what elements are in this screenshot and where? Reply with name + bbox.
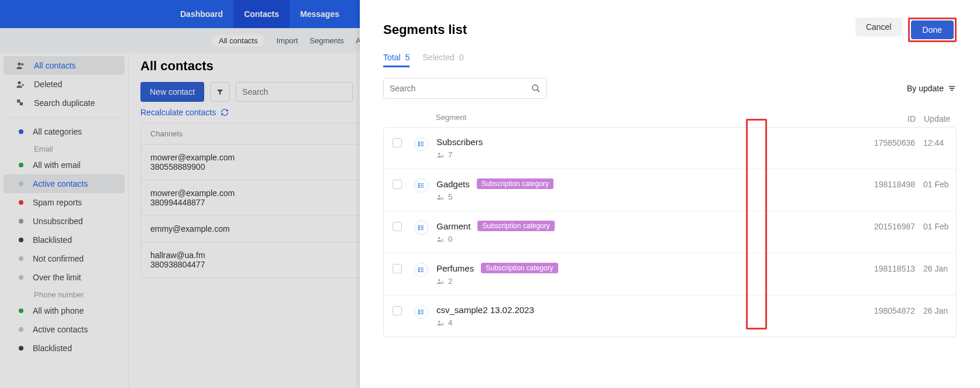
sidebar-item[interactable]: Active contacts [0, 320, 128, 339]
people-count-icon [436, 319, 445, 327]
done-button[interactable]: Done [911, 20, 954, 39]
svg-point-2 [18, 81, 20, 84]
svg-point-14 [438, 194, 441, 197]
segment-name: csv_sample2 13.02.2023 [436, 305, 534, 315]
sidebar-item[interactable]: Blacklisted [0, 339, 128, 358]
segment-name: Subscribers [436, 137, 483, 147]
nav-contacts[interactable]: Contacts [233, 0, 290, 28]
svg-point-9 [438, 152, 441, 154]
segment-update: 12:44 [915, 137, 956, 147]
segment-checkbox[interactable] [393, 138, 402, 147]
panel-title: Segments list [383, 22, 467, 37]
sidebar-phone-heading: Phone number [0, 287, 128, 301]
sidebar-item[interactable]: Active contacts [4, 174, 125, 193]
sidebar-item[interactable]: All with email [0, 156, 128, 174]
col-segment: Segment [431, 113, 857, 123]
segment-row[interactable]: Subscribers 7 175850636 12:44 [384, 128, 956, 169]
segment-checkbox[interactable] [393, 306, 402, 315]
status-dot-icon [19, 256, 23, 261]
nav-messages[interactable]: Messages [290, 0, 350, 28]
segment-update: 01 Feb [915, 221, 956, 231]
sidebar-item[interactable]: Not confirmed [0, 249, 128, 268]
segment-update: 01 Feb [915, 178, 956, 189]
subnav-all-contacts-pill[interactable]: All contacts [212, 35, 264, 47]
status-dot-icon [19, 238, 23, 242]
sidebar-item-label: All with phone [33, 306, 84, 315]
segment-update: 26 Jan [915, 263, 956, 273]
subscription-badge: Subscription category [481, 263, 558, 273]
segment-count: 4 [448, 318, 452, 327]
segment-checkbox[interactable] [393, 180, 402, 189]
list-icon [414, 178, 428, 193]
filter-button[interactable] [210, 82, 230, 102]
sidebar-item-label: Unsubscribed [33, 217, 83, 226]
sort-icon [947, 84, 957, 93]
segment-checkbox[interactable] [393, 264, 402, 273]
sidebar-item[interactable]: Unsubscribed [0, 212, 128, 231]
segment-row[interactable]: PerfumesSubscription category 2 19811851… [384, 253, 956, 295]
tab-selected[interactable]: Selected 0 [422, 53, 463, 67]
sidebar-item[interactable]: Spam reports [0, 193, 128, 212]
sidebar-item-label: Blacklisted [33, 344, 72, 353]
segment-search[interactable] [383, 78, 547, 99]
subnav-segments[interactable]: Segments [310, 36, 344, 45]
cancel-button[interactable]: Cancel [855, 18, 902, 36]
contacts-search-input[interactable] [236, 82, 353, 102]
subscription-badge: Subscription category [477, 221, 554, 231]
svg-point-16 [418, 225, 419, 226]
svg-point-0 [18, 63, 20, 66]
subnav-import[interactable]: Import [276, 36, 298, 45]
sidebar-item-label: Active contacts [33, 325, 88, 334]
refresh-icon [221, 108, 229, 116]
segment-update: 26 Jan [915, 305, 956, 315]
search-duplicate-icon [15, 98, 26, 108]
segment-row[interactable]: csv_sample2 13.02.2023 4 198054872 26 Ja… [384, 295, 956, 337]
svg-point-29 [438, 320, 441, 322]
segment-count: 5 [448, 193, 452, 201]
status-dot-icon [19, 163, 23, 167]
sidebar-item[interactable]: All with phone [0, 301, 128, 320]
sidebar-search-duplicate[interactable]: Search duplicate [0, 94, 128, 112]
sidebar-item[interactable]: Blacklisted [0, 231, 128, 249]
people-count-icon [436, 151, 445, 159]
people-count-icon [436, 193, 445, 201]
segment-row[interactable]: GadgetsSubscription category 5 198118498… [384, 169, 956, 211]
segment-id: 198118513 [857, 263, 915, 273]
segment-search-input[interactable] [390, 84, 527, 93]
svg-point-8 [418, 145, 419, 146]
sort-control[interactable]: By update [907, 84, 957, 93]
sidebar-deleted[interactable]: Deleted [0, 75, 128, 94]
segment-count: 0 [448, 235, 452, 243]
svg-point-28 [418, 313, 419, 314]
svg-point-26 [418, 310, 419, 311]
done-highlight-annotation: Done [908, 18, 957, 42]
svg-point-24 [438, 279, 441, 281]
sidebar-all-contacts[interactable]: All contacts [4, 56, 125, 75]
sidebar-item[interactable]: Over the limit [0, 268, 128, 287]
svg-point-1 [21, 63, 23, 66]
status-dot-icon [19, 327, 23, 332]
svg-rect-4 [20, 102, 23, 105]
segment-row[interactable]: GarmentSubscription category 0 201516987… [384, 211, 956, 253]
status-dot-icon [19, 308, 23, 313]
svg-rect-3 [17, 99, 20, 102]
new-contact-button[interactable]: New contact [140, 82, 204, 102]
segments-panel: Segments list Cancel Done Total 5 Select… [360, 0, 980, 388]
tab-total[interactable]: Total 5 [383, 53, 410, 67]
sidebar-item-label: Active contacts [33, 179, 88, 188]
nav-dashboard[interactable]: Dashboard [170, 0, 233, 28]
svg-point-21 [418, 267, 419, 269]
svg-point-5 [532, 85, 538, 90]
list-icon [414, 137, 428, 151]
col-segment-id: ID [857, 113, 916, 123]
segment-checkbox[interactable] [393, 222, 402, 231]
list-icon [414, 263, 428, 277]
sidebar-item-label: All contacts [34, 61, 76, 70]
segment-list: Subscribers 7 175850636 12:44 GadgetsSub… [383, 127, 957, 337]
people-count-icon [436, 235, 445, 243]
segment-id: 198118498 [857, 178, 915, 189]
sidebar-all-categories[interactable]: All categories [0, 122, 128, 141]
list-icon [414, 221, 428, 235]
svg-point-12 [418, 185, 419, 186]
segment-id: 175850636 [857, 137, 915, 147]
